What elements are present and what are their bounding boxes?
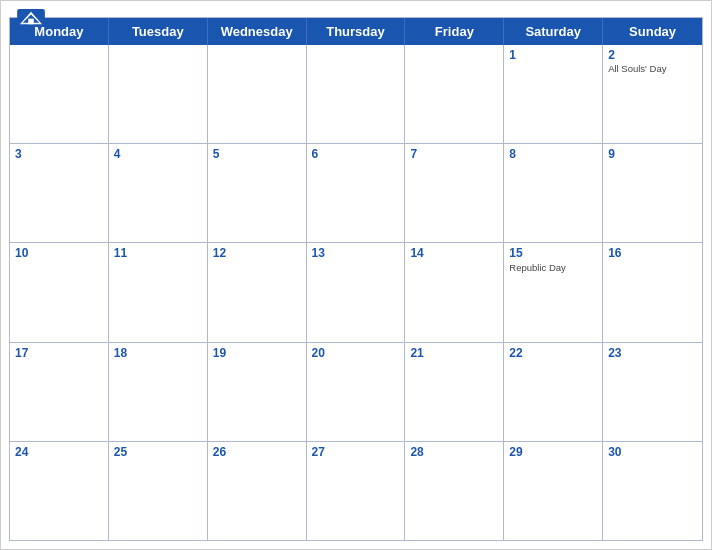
day-cell: 4 xyxy=(109,144,208,242)
day-number: 9 xyxy=(608,147,697,161)
day-header-tuesday: Tuesday xyxy=(109,18,208,45)
calendar-grid: MondayTuesdayWednesdayThursdayFridaySatu… xyxy=(9,17,703,541)
week-row-1: 12All Souls' Day xyxy=(10,45,702,144)
day-cell: 11 xyxy=(109,243,208,341)
day-number: 23 xyxy=(608,346,697,360)
day-cell: 24 xyxy=(10,442,109,540)
logo xyxy=(17,9,45,27)
day-cell xyxy=(405,45,504,143)
day-cell: 1 xyxy=(504,45,603,143)
calendar-page: MondayTuesdayWednesdayThursdayFridaySatu… xyxy=(0,0,712,550)
day-cell: 14 xyxy=(405,243,504,341)
day-number: 18 xyxy=(114,346,202,360)
holiday-name: All Souls' Day xyxy=(608,63,697,74)
week-row-2: 3456789 xyxy=(10,144,702,243)
day-number: 4 xyxy=(114,147,202,161)
day-cell: 2All Souls' Day xyxy=(603,45,702,143)
day-number: 22 xyxy=(509,346,597,360)
day-cell: 5 xyxy=(208,144,307,242)
day-number: 6 xyxy=(312,147,400,161)
day-number: 27 xyxy=(312,445,400,459)
day-number: 2 xyxy=(608,48,697,62)
day-number: 16 xyxy=(608,246,697,260)
day-number: 3 xyxy=(15,147,103,161)
day-cell: 29 xyxy=(504,442,603,540)
day-number: 26 xyxy=(213,445,301,459)
day-number: 24 xyxy=(15,445,103,459)
day-cell: 22 xyxy=(504,343,603,441)
day-number: 10 xyxy=(15,246,103,260)
day-cell: 10 xyxy=(10,243,109,341)
day-cell: 16 xyxy=(603,243,702,341)
day-number: 17 xyxy=(15,346,103,360)
svg-rect-3 xyxy=(28,19,34,25)
day-cell: 26 xyxy=(208,442,307,540)
day-cell: 30 xyxy=(603,442,702,540)
day-cell: 12 xyxy=(208,243,307,341)
day-cell: 27 xyxy=(307,442,406,540)
day-number: 19 xyxy=(213,346,301,360)
logo-icon xyxy=(17,9,45,27)
day-number: 12 xyxy=(213,246,301,260)
day-cell: 9 xyxy=(603,144,702,242)
day-cell: 8 xyxy=(504,144,603,242)
page-header xyxy=(1,1,711,17)
day-cell: 18 xyxy=(109,343,208,441)
day-cell: 21 xyxy=(405,343,504,441)
day-number: 5 xyxy=(213,147,301,161)
holiday-name: Republic Day xyxy=(509,262,597,273)
calendar-body: 12All Souls' Day3456789101112131415Repub… xyxy=(10,45,702,540)
week-row-4: 17181920212223 xyxy=(10,343,702,442)
day-number: 15 xyxy=(509,246,597,260)
day-cell: 23 xyxy=(603,343,702,441)
day-header-wednesday: Wednesday xyxy=(208,18,307,45)
day-number: 21 xyxy=(410,346,498,360)
day-cell: 7 xyxy=(405,144,504,242)
day-number: 14 xyxy=(410,246,498,260)
day-cell: 20 xyxy=(307,343,406,441)
day-header-sunday: Sunday xyxy=(603,18,702,45)
day-number: 25 xyxy=(114,445,202,459)
day-number: 30 xyxy=(608,445,697,459)
day-number: 1 xyxy=(509,48,597,62)
day-number: 29 xyxy=(509,445,597,459)
day-header-friday: Friday xyxy=(405,18,504,45)
day-cell: 19 xyxy=(208,343,307,441)
day-header-saturday: Saturday xyxy=(504,18,603,45)
day-cell: 25 xyxy=(109,442,208,540)
day-cell xyxy=(109,45,208,143)
day-number: 20 xyxy=(312,346,400,360)
day-cell: 15Republic Day xyxy=(504,243,603,341)
week-row-5: 24252627282930 xyxy=(10,442,702,540)
day-number: 28 xyxy=(410,445,498,459)
calendar-header: MondayTuesdayWednesdayThursdayFridaySatu… xyxy=(10,18,702,45)
day-cell xyxy=(307,45,406,143)
day-cell: 13 xyxy=(307,243,406,341)
day-cell: 6 xyxy=(307,144,406,242)
day-number: 8 xyxy=(509,147,597,161)
day-cell: 17 xyxy=(10,343,109,441)
day-number: 11 xyxy=(114,246,202,260)
day-cell: 28 xyxy=(405,442,504,540)
day-cell xyxy=(208,45,307,143)
day-cell xyxy=(10,45,109,143)
day-number: 13 xyxy=(312,246,400,260)
day-header-thursday: Thursday xyxy=(307,18,406,45)
day-cell: 3 xyxy=(10,144,109,242)
week-row-3: 101112131415Republic Day16 xyxy=(10,243,702,342)
day-number: 7 xyxy=(410,147,498,161)
